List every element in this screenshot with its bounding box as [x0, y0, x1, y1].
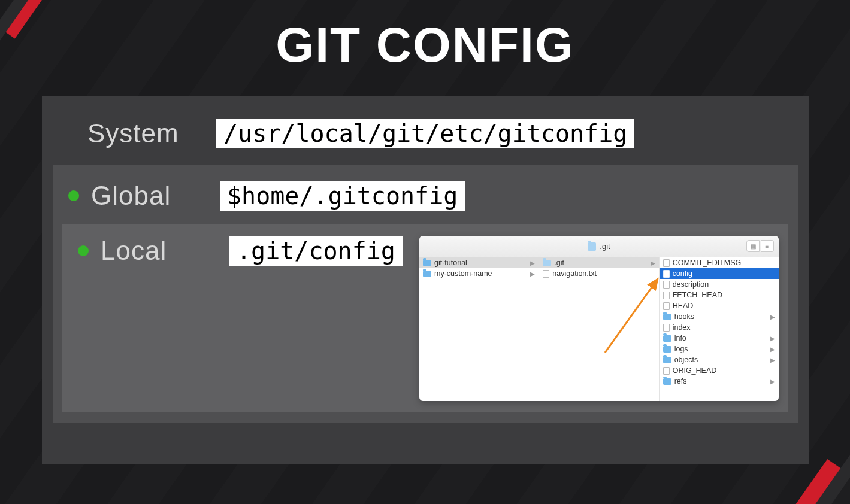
- finder-view-toggle: ▦ ≡: [746, 240, 774, 252]
- finder-item-label: git-tutorial: [434, 259, 467, 267]
- file-icon: [663, 302, 670, 310]
- finder-item-label: FETCH_HEAD: [673, 291, 722, 299]
- finder-item[interactable]: FETCH_HEAD: [660, 290, 779, 300]
- system-scope-box: System /usr/local/git/etc/gitconfig Glob…: [42, 96, 809, 464]
- chevron-right-icon: ▶: [770, 357, 775, 363]
- local-scope-box: Local .git/config .git ▦ ≡ git-tutorial▶…: [62, 224, 788, 412]
- finder-item[interactable]: git-tutorial▶: [419, 257, 539, 268]
- finder-titlebar: .git ▦ ≡: [419, 236, 779, 257]
- finder-item-label: HEAD: [673, 302, 694, 310]
- file-icon: [663, 259, 670, 267]
- global-row: Global $home/.gitconfig: [62, 177, 788, 224]
- chevron-right-icon: ▶: [530, 271, 535, 277]
- bullet-icon: [68, 190, 79, 201]
- finder-item-label: config: [673, 269, 692, 278]
- finder-item-label: COMMIT_EDITMSG: [673, 259, 742, 267]
- finder-item[interactable]: navigation.txt: [539, 268, 658, 279]
- file-icon: [663, 367, 670, 375]
- bullet-icon: [78, 245, 89, 256]
- finder-item[interactable]: logs▶: [660, 344, 779, 354]
- finder-item[interactable]: info▶: [660, 333, 779, 344]
- finder-item[interactable]: .git▶: [539, 257, 658, 268]
- chevron-right-icon: ▶: [770, 335, 775, 342]
- chevron-right-icon: ▶: [651, 260, 655, 266]
- finder-column: COMMIT_EDITMSGconfigdescriptionFETCH_HEA…: [660, 257, 779, 401]
- finder-item-label: my-custom-name: [434, 269, 492, 278]
- global-scope-box: Global $home/.gitconfig Local .git/confi…: [53, 165, 798, 423]
- file-icon: [663, 281, 670, 289]
- system-path: /usr/local/git/etc/gitconfig: [216, 119, 634, 148]
- slide-title: GIT CONFIG: [0, 17, 850, 73]
- finder-item[interactable]: COMMIT_EDITMSG: [660, 257, 779, 268]
- chevron-right-icon: ▶: [770, 314, 775, 320]
- folder-icon: [663, 357, 671, 363]
- finder-column: .git▶navigation.txt: [539, 257, 659, 401]
- finder-item[interactable]: hooks▶: [660, 311, 779, 322]
- file-icon: [543, 270, 549, 278]
- folder-icon: [663, 378, 671, 385]
- folder-icon: [423, 260, 431, 266]
- finder-window: .git ▦ ≡ git-tutorial▶my-custom-name▶.gi…: [419, 236, 779, 401]
- list-view-icon: ≡: [761, 240, 774, 252]
- folder-icon: [423, 271, 431, 277]
- finder-item-label: ORIG_HEAD: [673, 366, 717, 375]
- finder-item-label: logs: [674, 345, 688, 353]
- folder-icon: [663, 314, 671, 320]
- finder-item[interactable]: HEAD: [660, 300, 779, 311]
- finder-item[interactable]: my-custom-name▶: [419, 268, 539, 279]
- folder-icon: [663, 335, 671, 342]
- chevron-right-icon: ▶: [770, 346, 775, 353]
- folder-icon: [543, 260, 551, 266]
- finder-item[interactable]: index: [660, 322, 779, 333]
- system-row: System /usr/local/git/etc/gitconfig: [53, 108, 798, 165]
- finder-columns: git-tutorial▶my-custom-name▶.git▶navigat…: [419, 257, 779, 401]
- finder-item[interactable]: ORIG_HEAD: [660, 365, 779, 376]
- finder-item-label: navigation.txt: [552, 269, 597, 278]
- finder-item[interactable]: refs▶: [660, 376, 779, 387]
- finder-item-label: info: [674, 334, 686, 342]
- system-label: System: [87, 119, 204, 148]
- global-path: $home/.gitconfig: [220, 181, 465, 211]
- finder-item-label: index: [673, 323, 691, 332]
- grid-view-icon: ▦: [746, 240, 760, 252]
- finder-item[interactable]: description: [660, 279, 779, 290]
- global-label: Global: [91, 181, 208, 211]
- finder-item[interactable]: config: [660, 268, 779, 279]
- local-path: .git/config: [229, 236, 403, 266]
- folder-icon: [588, 242, 596, 251]
- file-icon: [663, 324, 670, 332]
- finder-column: git-tutorial▶my-custom-name▶: [419, 257, 539, 401]
- finder-title: .git: [600, 242, 610, 251]
- finder-item-label: .git: [554, 259, 564, 267]
- finder-item-label: objects: [674, 356, 698, 364]
- file-icon: [663, 292, 670, 299]
- folder-icon: [663, 346, 671, 353]
- local-label: Local: [101, 236, 217, 266]
- chevron-right-icon: ▶: [530, 260, 535, 266]
- chevron-right-icon: ▶: [770, 378, 775, 385]
- finder-item-label: description: [673, 280, 709, 289]
- finder-item-label: hooks: [674, 312, 694, 321]
- file-icon: [663, 270, 670, 278]
- finder-item[interactable]: objects▶: [660, 354, 779, 365]
- finder-item-label: refs: [674, 377, 687, 385]
